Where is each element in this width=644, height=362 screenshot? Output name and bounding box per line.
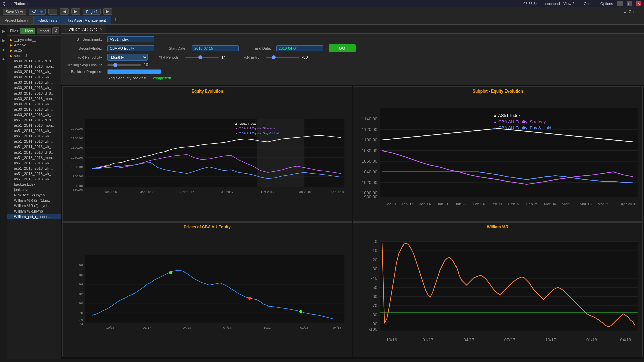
sidebar-file-backtest[interactable]: backtest.xlsx [7,182,61,187]
svg-text:Jan 2018: Jan 2018 [298,190,311,194]
app-tab-backtests[interactable]: • Back Tests - Infinitas Asset Managemen… [34,16,111,24]
sidebar-file-12[interactable]: as51_2011_2016_d_8.. [7,117,61,123]
sidebar-file-15[interactable]: as51_2011_2016_wk_.. [7,133,61,139]
svg-text:850.00: 850.00 [73,188,83,191]
sidebar-file-2[interactable]: as30_2011_2016_mon.. [7,64,61,69]
page-next-button[interactable]: ▶ [103,8,112,15]
sidebar-icon-2[interactable]: ▶ [2,37,5,44]
trailing-stop-slider-container: 10 [107,63,154,67]
svg-text:-80: -80 [371,312,377,317]
sidebar-file-4[interactable]: as30_2011_2016_wk_.. [7,74,61,80]
svg-text:Jan 07: Jan 07 [401,202,413,206]
security-input[interactable] [107,45,154,51]
sidebar-file-william-codes[interactable]: William_pct_r_codes.. [7,214,61,219]
periodicity-select[interactable]: Monthly Weekly Daily [107,54,148,61]
folder-icon: ▶ [10,49,13,52]
sidebar-file-7[interactable]: as30_2013_2018_d_8.. [7,90,61,96]
sidebar-file-20[interactable]: as51_2013_2018_wk_.. [7,160,61,166]
bt-benchmark-input[interactable] [107,36,154,42]
sidebar-file-18[interactable]: as51_2013_2018_d_8.. [7,149,61,155]
sidebar-folder-section1[interactable]: ▶ section1 [7,53,61,58]
sidebar-icon-4[interactable]: ● [2,56,5,62]
sidebar-file-3[interactable]: as30_2011_2016_wk_.. [7,69,61,74]
sidebar-file-8[interactable]: as30_2013_2018_mon.. [7,96,61,101]
svg-text:0: 0 [375,239,377,244]
sidebar-file-21[interactable]: as51_2013_2018_wk_.. [7,166,61,171]
sidebar-file-9[interactable]: as30_2013_2018_wk_.. [7,101,61,107]
page-button[interactable]: Page 1 [83,9,101,15]
folder-icon: ▶ [10,38,13,42]
periods-slider[interactable] [185,57,219,58]
sidebar-folder-archive[interactable]: ▶ Archive [7,42,61,48]
save-view-button[interactable]: Save View [3,9,26,15]
back-button[interactable]: ◀ [60,8,69,15]
sidebar-icon-1[interactable]: ▶ [2,27,5,34]
sidebar-file-23[interactable]: as51_2013_2018_wk_.. [7,176,61,182]
minimize-button[interactable]: – [617,1,623,6]
add-tab-button[interactable]: + [111,17,120,24]
svg-text:-60: -60 [371,294,377,299]
sidebar-icon-3[interactable]: ● [2,46,5,53]
svg-point-85 [248,297,251,300]
notebook-tabs: • William %R.ipynb ✕ [61,25,644,34]
svg-text:84: 84 [79,282,83,286]
sidebar-file-13[interactable]: as51_2011_2016_mon.. [7,123,61,128]
start-date-input[interactable] [192,45,239,51]
sidebar-file-list: ▶ __pycache__ ▶ Archive ▶ as25 ▶ section… [7,37,61,219]
sidebar-file-6[interactable]: as30_2011_2016_wk_.. [7,85,61,90]
maximize-button[interactable]: □ [627,1,632,6]
svg-text:1150.00: 1150.00 [71,136,83,140]
trailing-stop-slider[interactable] [107,64,141,66]
notebook-tab-close[interactable]: ✕ [99,27,102,31]
sidebar-file-william2[interactable]: William %R (2).ipynb [7,203,61,208]
import-button[interactable]: Import [37,28,51,34]
sidebar-file-5[interactable]: as30_2011_2016_wk_.. [7,80,61,85]
forward-button[interactable]: ▶ [71,8,80,15]
entry-value: -80 [302,55,312,60]
sidebar-file-14[interactable]: as51_2011_2016_wk_.. [7,128,61,133]
sidebar-folder-pycache[interactable]: ▶ __pycache__ [7,37,61,42]
svg-text:-20: -20 [371,257,377,262]
sidebar-file-19[interactable]: as51_2013_2018_mon.. [7,155,61,160]
entry-slider[interactable] [266,57,299,58]
svg-text:▲ CBA AU Equity: Strategy: ▲ CBA AU Equity: Strategy [493,119,546,124]
sidebar-file-nick[interactable]: Nick_test (2).ipynb [7,192,61,198]
go-button[interactable]: GO [329,44,356,52]
sidebar-file-11[interactable]: as30_2013_2018_wk_.. [7,112,61,117]
add-button[interactable]: <Add> [29,9,46,15]
svg-text:86: 86 [79,273,83,277]
app-title: Quant Platform [3,2,28,6]
control-panel: BT Benchmark: Security/Index Start Date:… [61,34,644,85]
sidebar-file-17[interactable]: as51_2011_2016_wk_.. [7,144,61,149]
sidebar-file-22[interactable]: as51_2013_2018_wk_.. [7,171,61,176]
folder-icon: ▶ [10,43,13,47]
options2-text: Options [629,10,641,14]
app-tab-project-library[interactable]: Project Library [0,16,34,24]
svg-text:Mar 11: Mar 11 [562,202,574,206]
sidebar-file-10[interactable]: as30_2013_2018_wk_.. [7,107,61,112]
entry-slider-container: -80 [266,55,312,60]
sidebar-file-william3[interactable]: William %R.ipynb [7,208,61,214]
sidebar-file-william1[interactable]: William %R (2) (1).ip.. [7,198,61,203]
notebook-tab-william[interactable]: • William %R.ipynb ✕ [61,25,106,33]
new-button[interactable]: + New [20,28,35,34]
sidebar-file-16[interactable]: as51_2011_2016_wk_.. [7,139,61,144]
control-row-security: Security/Index Start Date: End Date: GO [65,44,640,52]
sidebar-folder-as25[interactable]: ▶ as25 [7,48,61,53]
end-date-input[interactable] [276,45,323,51]
equity-evolution-svg: 1200.00 1150.00 1100.00 1050.00 1000.00 … [63,87,352,221]
svg-text:04/18: 04/18 [333,326,341,329]
svg-text:Feb 18: Feb 18 [508,202,521,206]
svg-text:1020.00: 1020.00 [362,180,377,185]
periods-slider-container: 14 [185,55,231,60]
completed-text: completed! [153,76,171,80]
svg-text:Mar 18: Mar 18 [580,202,592,206]
sidebar-file-1[interactable]: as30_2011_2016_d_8.. [7,58,61,64]
refresh-button[interactable]: ↺ [52,27,59,34]
close-button[interactable]: ✕ [636,1,641,6]
more-button[interactable]: ··· [48,9,57,15]
sidebar-file-junk[interactable]: junk.csv [7,187,61,192]
svg-text:▲ CBA AU Equity: Buy & Hold: ▲ CBA AU Equity: Buy & Hold [235,131,279,135]
svg-rect-1 [85,119,344,187]
app-tabs-row: Project Library • Back Tests - Infinitas… [0,16,644,25]
